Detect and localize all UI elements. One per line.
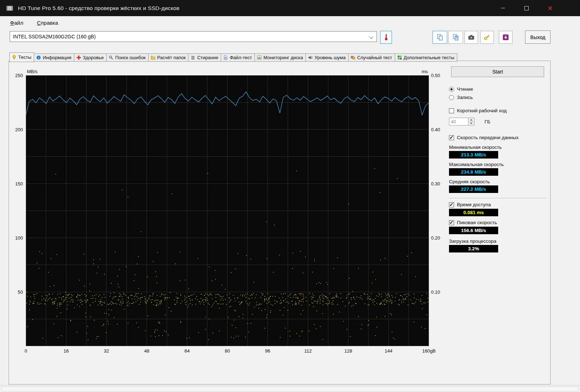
tab-label: Здоровье <box>83 55 104 60</box>
min-speed-value: 213.3 MB/s <box>449 151 498 159</box>
burst-rate-label: Пиковая скорость <box>457 220 497 225</box>
extra-icon <box>397 55 402 60</box>
tab-label: Мониторинг диска <box>263 55 303 60</box>
tab-noise-level[interactable]: Уровень шума <box>306 53 349 62</box>
tab-information[interactable]: iИнформация <box>34 53 74 62</box>
monitor-icon <box>257 55 262 60</box>
radio-write-label: Запись <box>457 95 473 100</box>
radio-write[interactable]: Запись <box>449 95 548 100</box>
app-icon <box>6 4 14 12</box>
health-icon <box>76 55 81 60</box>
maximize-button[interactable] <box>518 0 535 16</box>
capacity-spinner: ГБ <box>449 118 548 126</box>
close-icon <box>548 6 552 10</box>
access-time-label: Время доступа <box>457 202 491 207</box>
access-time-value: 0.081 ms <box>449 209 498 216</box>
radio-read-icon <box>449 87 454 92</box>
exit-button[interactable]: Выход <box>525 30 551 44</box>
tab-label: Расчёт папок <box>157 55 186 60</box>
transfer-rate-label: Скорость передачи данных <box>457 135 519 140</box>
transfer-rate-check-icon <box>449 135 454 140</box>
capacity-input[interactable] <box>449 118 468 126</box>
device-select[interactable]: INTEL SSDSA2M160G2GC (160 gB) <box>10 31 377 42</box>
tab-file-benchmark[interactable]: Файл-тест <box>221 53 255 62</box>
max-speed-value: 234.8 MB/s <box>449 168 498 176</box>
short-stroke-checkbox[interactable]: Короткий рабочий ход <box>449 108 548 113</box>
camera-icon <box>468 34 475 41</box>
bulb-icon <box>12 55 17 60</box>
tab-label: Уровень шума <box>314 55 346 60</box>
chevron-down-icon <box>369 35 373 39</box>
hdtune-window: { "window": { "title": "HD Tune Pro 5.60… <box>0 0 580 392</box>
temperature-button[interactable] <box>380 31 392 44</box>
tab-label: Случайный тест <box>357 55 392 60</box>
tab-random-test[interactable]: Случайный тест <box>349 53 395 62</box>
minimize-icon <box>501 8 505 8</box>
tab-error-scan[interactable]: Поиск ошибок <box>107 53 149 62</box>
burst-rate-value: 156.6 MB/s <box>449 227 498 234</box>
random-icon <box>351 55 355 60</box>
info-icon: i <box>36 55 41 60</box>
tab-label: Дополнительные тесты <box>404 55 454 60</box>
tab-health[interactable]: Здоровье <box>74 53 107 62</box>
spinner-buttons <box>468 118 474 126</box>
tab-label: Стирание <box>197 55 218 60</box>
control-panel: Start Чтение Запись Короткий рабочий ход… <box>449 66 548 252</box>
cpu-usage-label: Загрузка процессора <box>449 238 548 244</box>
status-pane <box>2 387 578 391</box>
tab-label: Файл-тест <box>230 55 252 60</box>
close-button[interactable] <box>542 0 558 16</box>
radio-read-label: Чтение <box>457 86 473 92</box>
tab-folder-usage[interactable]: Расчёт папок <box>149 53 189 62</box>
max-speed-label: Максимальная скорость <box>449 162 548 167</box>
avg-speed-label: Средняя скорость <box>449 179 548 184</box>
copy-text-button[interactable] <box>432 31 447 44</box>
minimize-button[interactable] <box>495 0 511 16</box>
start-button[interactable]: Start <box>451 66 544 77</box>
short-stroke-label: Короткий рабочий ход <box>457 108 507 113</box>
screenshot-button[interactable] <box>464 31 478 44</box>
folder-icon <box>151 55 155 60</box>
key-icon <box>483 34 491 41</box>
save-results-button[interactable] <box>499 31 513 44</box>
device-select-value: INTEL SSDSA2M160G2GC (160 gB) <box>13 34 96 39</box>
noise-icon <box>308 55 313 60</box>
tabstrip: ТестыiИнформацияЗдоровьеПоиск ошибокРасч… <box>9 52 457 62</box>
spin-up-button[interactable] <box>468 118 474 122</box>
tab-extra-tests[interactable]: Дополнительные тесты <box>395 53 457 62</box>
tab-erase[interactable]: Стирание <box>188 53 221 62</box>
burst-rate-checkbox[interactable]: Пиковая скорость <box>449 220 548 225</box>
serial-key-button[interactable] <box>480 31 494 44</box>
capacity-unit-label: ГБ <box>485 119 490 124</box>
download-icon <box>502 34 509 41</box>
tab-label: Поиск ошибок <box>115 55 146 60</box>
min-speed-label: Минимальная скорость <box>449 145 548 150</box>
window-title: HD Tune Pro 5.60 - средство проверки жёс… <box>18 5 179 11</box>
file-icon <box>223 55 228 60</box>
menubar: Файл Справка <box>0 16 580 29</box>
erase-icon <box>191 55 195 60</box>
radio-read[interactable]: Чтение <box>449 86 548 92</box>
window-controls <box>495 0 558 16</box>
status-bar <box>0 385 580 392</box>
menu-help[interactable]: Справка <box>37 20 58 26</box>
copy-text-icon <box>436 34 444 41</box>
menu-file[interactable]: Файл <box>10 20 23 26</box>
transfer-rate-checkbox[interactable]: Скорость передачи данных <box>449 135 548 140</box>
tab-tests[interactable]: Тесты <box>9 52 34 62</box>
avg-speed-value: 227.2 MB/s <box>449 185 498 193</box>
tab-label: Тесты <box>18 55 31 60</box>
short-stroke-check-icon <box>449 108 454 113</box>
tab-disk-monitor[interactable]: Мониторинг диска <box>255 53 306 62</box>
spin-down-button[interactable] <box>468 122 474 126</box>
panel-separator <box>449 198 547 198</box>
maximize-icon <box>524 6 529 10</box>
access-time-checkbox[interactable]: Время доступа <box>449 202 548 207</box>
search-icon <box>109 55 113 60</box>
access-time-check-icon <box>449 202 454 207</box>
titlebar: HD Tune Pro 5.60 - средство проверки жёс… <box>0 0 580 16</box>
burst-rate-check-icon <box>449 220 454 225</box>
cpu-usage-value: 3.2% <box>449 245 498 252</box>
copy-image-icon <box>452 34 459 41</box>
copy-image-button[interactable] <box>448 31 463 44</box>
